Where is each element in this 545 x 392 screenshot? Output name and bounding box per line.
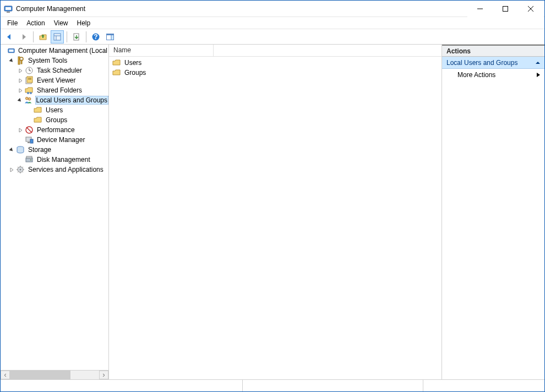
toolbar: ? (1, 29, 544, 45)
expander-open-icon[interactable] (7, 56, 16, 65)
properties-button[interactable] (51, 30, 64, 43)
nav-back-button[interactable] (3, 30, 16, 43)
tree-performance[interactable]: Performance (1, 125, 108, 135)
tree-groups[interactable]: Groups (1, 115, 108, 125)
collapse-icon (536, 61, 540, 65)
toolbar-separator (67, 31, 67, 42)
tree-local-users-groups[interactable]: Local Users and Groups (1, 95, 108, 105)
status-cell-2 (243, 380, 423, 391)
tree-label: Event Viewer (36, 77, 77, 84)
column-blank[interactable] (214, 45, 442, 56)
menu-file[interactable]: File (3, 18, 22, 28)
tree-disk-management[interactable]: Disk Management (1, 155, 108, 165)
svg-rect-18 (18, 57, 20, 64)
folder-icon (112, 58, 121, 67)
tree-system-tools[interactable]: System Tools (1, 56, 108, 66)
list-body[interactable]: Users Groups (109, 57, 442, 379)
list-pane: Name Users Groups (109, 45, 442, 379)
tree-horizontal-scrollbar[interactable] (1, 370, 108, 379)
tree-label: Device Manager (36, 136, 86, 144)
svg-rect-2 (7, 12, 10, 13)
svg-rect-38 (26, 158, 32, 162)
tree-pane: Computer Management (Local System Tools … (1, 45, 109, 379)
folder-icon (34, 106, 42, 115)
toolbar-separator (86, 31, 86, 42)
actions-more-actions[interactable]: More Actions (442, 69, 544, 81)
svg-rect-36 (30, 139, 33, 143)
disk-icon (25, 155, 34, 164)
shared-folder-icon (25, 86, 34, 95)
status-bar (1, 379, 544, 391)
expander-closed-icon[interactable] (16, 86, 25, 95)
users-groups-icon (24, 96, 32, 105)
up-level-button[interactable] (36, 30, 50, 43)
expander-closed-icon[interactable] (16, 66, 25, 75)
tree-label: Computer Management (Local (17, 47, 108, 55)
menu-help[interactable]: Help (73, 18, 95, 28)
svg-point-39 (30, 160, 31, 161)
event-viewer-icon (25, 76, 34, 85)
close-button[interactable] (518, 1, 543, 17)
status-cell-1 (1, 380, 243, 391)
tree-label: Task Scheduler (36, 67, 83, 74)
tree-label: System Tools (27, 57, 68, 64)
svg-rect-15 (107, 34, 114, 35)
folder-icon (34, 116, 42, 124)
export-list-button[interactable] (70, 30, 83, 43)
expander-open-icon[interactable] (7, 145, 16, 154)
tree-task-scheduler[interactable]: Task Scheduler (1, 66, 108, 75)
nav-forward-button[interactable] (17, 30, 30, 43)
list-item-users[interactable]: Users (111, 58, 439, 68)
scroll-left-button[interactable] (1, 371, 10, 379)
expander-closed-icon[interactable] (16, 126, 25, 134)
menu-bar: File Action View Help (1, 17, 544, 29)
expander-closed-icon[interactable] (7, 165, 16, 174)
svg-point-42 (20, 169, 21, 171)
svg-point-30 (26, 97, 29, 100)
tree-label: Disk Management (36, 156, 91, 164)
tree-event-viewer[interactable]: Event Viewer (1, 75, 108, 85)
scroll-track[interactable] (10, 371, 99, 379)
tree-label: Users (45, 106, 64, 114)
show-hide-action-pane-button[interactable] (103, 30, 117, 43)
tree-services-apps[interactable]: Services and Applications (1, 165, 108, 175)
list-header[interactable]: Name (109, 45, 442, 57)
actions-header: Actions (442, 45, 544, 57)
device-manager-icon (25, 135, 34, 144)
tree-label: Shared Folders (36, 86, 83, 94)
tree-shared-folders[interactable]: Shared Folders (1, 85, 108, 95)
expander-closed-icon[interactable] (16, 76, 25, 85)
maximize-button[interactable] (493, 1, 518, 17)
storage-icon (16, 145, 25, 154)
menu-action[interactable]: Action (22, 18, 49, 28)
menu-view[interactable]: View (50, 18, 73, 28)
tree-root[interactable]: Computer Management (Local (1, 46, 108, 56)
computer-management-window: Computer Management File Action View Hel… (0, 0, 545, 392)
tree-label: Local Users and Groups (35, 96, 108, 105)
actions-section-header[interactable]: Local Users and Groups (442, 57, 544, 69)
actions-item-label: More Actions (457, 71, 495, 79)
tree-storage[interactable]: Storage (1, 145, 108, 155)
help-button[interactable]: ? (89, 30, 102, 43)
list-item-label: Groups (124, 69, 146, 77)
list-item-groups[interactable]: Groups (111, 68, 439, 78)
list-item-label: Users (124, 59, 141, 67)
console-tree[interactable]: Computer Management (Local System Tools … (1, 45, 108, 370)
scroll-right-button[interactable] (99, 371, 108, 379)
column-name[interactable]: Name (109, 45, 214, 56)
svg-rect-4 (503, 6, 508, 11)
folder-icon (112, 68, 121, 77)
title-bar: Computer Management (1, 1, 544, 17)
expander-open-icon[interactable] (16, 96, 24, 105)
actions-pane: Actions Local Users and Groups More Acti… (442, 45, 544, 379)
services-icon (16, 165, 25, 174)
tree-users[interactable]: Users (1, 105, 108, 115)
scroll-thumb[interactable] (10, 371, 70, 379)
svg-rect-7 (54, 34, 61, 40)
actions-section-label: Local Users and Groups (446, 59, 517, 67)
minimize-button[interactable] (467, 1, 493, 17)
tree-label: Performance (36, 126, 76, 134)
performance-icon (25, 126, 34, 134)
tree-device-manager[interactable]: Device Manager (1, 135, 108, 145)
svg-text:?: ? (94, 33, 97, 41)
